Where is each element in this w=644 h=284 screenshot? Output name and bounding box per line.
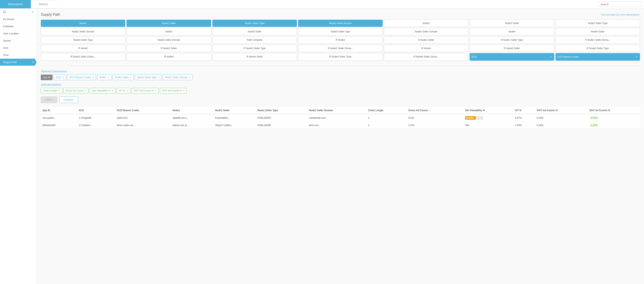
dim-btn-r-node4-seller[interactable]: R Node4 Seller <box>212 53 297 61</box>
cell-sco-reason-codes: Valid SCO <box>115 114 171 122</box>
dim-btn-node1-seller-type[interactable]: Node1 Seller Type <box>212 20 297 27</box>
th-gross-ad-counts[interactable]: Gross Ad Counts ▼ <box>407 107 464 114</box>
dim-btn-path-complete[interactable]: Path Complete <box>212 36 297 44</box>
dim-btn-sco-reason-codes[interactable]: SCO Reason Codes ? <box>556 53 640 61</box>
tab-metrics[interactable]: Metrics <box>31 0 56 8</box>
cell-app-id: b00odc5n80 <box>41 122 77 129</box>
sidebar-item-all[interactable]: All 6 <box>0 8 36 16</box>
chip-remove-sco-reason-codes[interactable]: × <box>92 76 94 79</box>
chip-sivt-ad-counts[interactable]: SIVT Ad Counts % × <box>160 88 187 94</box>
dim-btn-node1-seller-domain[interactable]: Node1 Seller Domain <box>298 20 383 27</box>
dim-btn-node1-seller[interactable]: Node1 Seller <box>126 20 211 27</box>
chip-gross-ad-counts[interactable]: Gross Ad Counts × <box>64 88 89 94</box>
dim-btn-r-node1-seller-type[interactable]: R Node1 Seller Type <box>470 36 554 44</box>
sco-reason-codes-info-icon[interactable]: ? <box>635 55 638 58</box>
cell-sivt-ad-counts: 4.53% <box>588 114 640 122</box>
sidebar-label-supply-path: Supply Path <box>3 61 17 64</box>
chip-remove-node1[interactable]: × <box>108 76 109 79</box>
th-node1-seller-type: Node1 Seller Type <box>256 107 308 114</box>
dim-btn-sco[interactable]: SCO ? <box>470 53 554 61</box>
chip-remove-givt-ad-counts[interactable]: × <box>155 89 156 92</box>
dim-btn-r-node1-seller-doma[interactable]: R Node1 Seller Doma... <box>556 36 640 44</box>
chip-ivt[interactable]: IVT % × <box>116 88 130 94</box>
chip-label-givt-ad-counts: GIVT Ad Counts % <box>134 89 154 92</box>
th-node1-seller: Node1 Seller <box>214 107 256 114</box>
chip-chain-length[interactable]: Chain Length × <box>41 88 62 94</box>
dim-btn-node4-seller[interactable]: Node4 Seller <box>556 28 640 35</box>
sidebar-item-user-location[interactable]: User Location <box>0 30 36 37</box>
dim-btn-node2-seller-type[interactable]: Node2 Seller Type <box>556 20 640 27</box>
main-content: Supply Path You can add (1) more dimensi… <box>37 8 644 284</box>
chip-node1-seller-domain[interactable]: Node1 Seller Domain × <box>163 74 193 80</box>
chip-remove-gross-ad-counts[interactable]: × <box>85 89 86 92</box>
dim-btn-node4[interactable]: Node4 <box>470 28 554 35</box>
chip-remove-chain-length[interactable]: × <box>58 89 60 92</box>
sidebar-item-supply-path[interactable]: Supply Path 6 <box>0 59 36 66</box>
th-sivt-ad-counts: SIVT Ad Counts % <box>588 107 640 114</box>
cancel-button[interactable]: CANCEL <box>59 96 78 103</box>
dim-btn-r-node2-seller[interactable]: R Node2 Seller <box>126 45 211 52</box>
main-layout: All 6 Ad Server Publisher User Location … <box>0 8 644 284</box>
cell-net-viewability: N/A <box>464 122 513 129</box>
sidebar-item-ad-server[interactable]: Ad Server <box>0 16 36 23</box>
chip-remove-sco[interactable]: × <box>62 76 64 79</box>
dim-btn-node4-seller-domain[interactable]: Node4 Seller Domain <box>126 36 211 44</box>
table-header-row: App ID SCO SCO Reason Codes Node1 Node1 … <box>41 107 640 114</box>
add-more-link: You can add (1) more dimensions. <box>601 13 640 16</box>
chip-remove-node1-seller-domain[interactable]: × <box>189 76 190 79</box>
chip-remove-ivt[interactable]: × <box>126 89 128 92</box>
dim-btn-node2[interactable]: Node2 <box>384 20 468 27</box>
search-input[interactable] <box>598 2 642 7</box>
apply-button[interactable]: APPLY <box>41 96 57 103</box>
dim-btn-r-node2-seller-type[interactable]: R Node2 Seller Type <box>212 45 297 52</box>
chip-node1[interactable]: Node1 × <box>97 74 112 80</box>
dim-btn-node3-seller-type[interactable]: Node3 Seller Type <box>298 28 383 35</box>
cell-node1-seller: ParticleMed... <box>214 114 256 122</box>
cell-sco-reason-codes: Direct seller not ... <box>115 122 171 129</box>
chip-label-chain-length: Chain Length <box>43 89 57 92</box>
dim-btn-r-node3-seller-type[interactable]: R Node3 Seller Type <box>556 45 640 52</box>
th-chain-length: Chain Length <box>366 107 407 114</box>
sidebar-item-user[interactable]: User <box>0 44 36 52</box>
dim-btn-r-node3-seller-doma[interactable]: R Node3 Seller Doma... <box>41 53 125 61</box>
dim-btn-r-node3[interactable]: R Node3 <box>384 45 468 52</box>
chip-node1-seller-type[interactable]: Node1 Seller Type × <box>135 74 162 80</box>
chip-node1-seller[interactable]: Node1 Seller × <box>112 74 134 80</box>
top-tabs-bar: Dimensions Metrics <box>0 0 644 8</box>
dim-btn-r-node4-seller-doma[interactable]: R Node4 Seller Doma... <box>384 53 468 61</box>
dim-btn-r-node2[interactable]: R Node2 <box>41 45 125 52</box>
chip-label-app-id: App ID <box>43 76 50 79</box>
chip-net-viewability[interactable]: Net Viewability % × <box>90 88 115 94</box>
chip-remove-node1-seller-type[interactable]: × <box>158 76 159 79</box>
chip-givt-ad-counts[interactable]: GIVT Ad Counts % × <box>132 88 159 94</box>
dim-btn-r-node4[interactable]: R Node4 <box>126 53 211 61</box>
sco-info-icon[interactable]: ? <box>549 55 552 58</box>
dim-btn-r-node1-seller[interactable]: R Node1 Seller <box>384 36 468 44</box>
dim-btn-r-node3-seller[interactable]: R Node3 Seller <box>470 45 554 52</box>
dim-btn-node3-seller[interactable]: Node3 Seller <box>212 28 297 35</box>
chip-sco-reason-codes[interactable]: SCO Reason Codes × <box>67 74 96 80</box>
chip-label-node1-seller: Node1 Seller <box>115 76 128 79</box>
dim-btn-node2-seller-domain[interactable]: Node2 Seller Domain <box>41 28 125 35</box>
chip-label-sco: SCO <box>56 76 61 79</box>
chip-remove-node1-seller[interactable]: × <box>130 76 132 79</box>
sidebar-item-device[interactable]: Device <box>0 37 36 44</box>
dim-btn-node1[interactable]: Node1 <box>41 20 125 27</box>
dim-btn-node4-seller-type[interactable]: Node4 Seller Type <box>41 36 125 44</box>
dim-btn-node3-seller-domain[interactable]: Node3 Seller Domain <box>384 28 468 35</box>
sidebar-item-time[interactable]: Time <box>0 52 36 59</box>
dim-btn-node3[interactable]: Node3 <box>126 28 211 35</box>
dim-btn-r-node4-seller-type[interactable]: R Node4 Seller Type <box>298 53 383 61</box>
table-row: com.particl... 1.0;!triplelift... Valid … <box>41 114 640 122</box>
chip-label-sivt-ad-counts: SIVT Ad Counts % <box>162 89 182 92</box>
chip-remove-sivt-ad-counts[interactable]: × <box>183 89 184 92</box>
dim-btn-node2-seller[interactable]: Node2 Seller <box>470 20 554 27</box>
sidebar-item-publisher[interactable]: Publisher <box>0 23 36 30</box>
cell-node1-seller-type: PUBLISHER <box>256 122 308 129</box>
chip-sco[interactable]: SCO × <box>54 74 66 80</box>
dim-btn-r-node2-seller-doma[interactable]: R Node2 Seller Doma... <box>298 45 383 52</box>
chip-remove-net-viewability[interactable]: × <box>112 89 113 92</box>
dim-btn-r-node1[interactable]: R Node1 <box>298 36 383 44</box>
tab-dimensions[interactable]: Dimensions <box>0 0 31 8</box>
chip-label-ivt: IVT % <box>119 89 125 92</box>
